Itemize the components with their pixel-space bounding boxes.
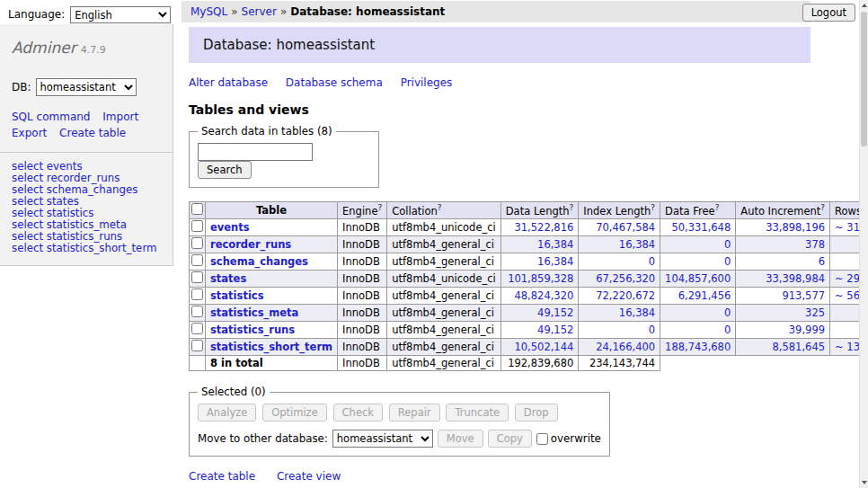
data-free-link[interactable]: 188,743,680	[665, 341, 731, 353]
auto-increment-link[interactable]: 33,898,196	[766, 221, 825, 234]
column-header-table: Table	[206, 202, 338, 219]
privileges-link[interactable]: Privileges	[401, 76, 453, 89]
row-select-checkbox[interactable]	[191, 323, 203, 334]
auto-increment-link[interactable]: 325	[805, 306, 825, 319]
collation-cell: utf8mb4_general_ci	[387, 253, 501, 271]
row-select-checkbox[interactable]	[191, 288, 203, 300]
search-input[interactable]	[198, 143, 313, 161]
row-select-checkbox[interactable]	[191, 220, 203, 232]
sidebar-export-link[interactable]: Export	[12, 125, 47, 141]
main-content: Database: homeassistant Alter database D…	[189, 24, 810, 488]
data-length-link[interactable]: 16,384	[537, 238, 573, 251]
breadcrumb-server-link[interactable]: Server	[242, 5, 277, 18]
truncate-button[interactable]: Truncate	[446, 404, 509, 421]
sidebar-item-select-statistics-short-term[interactable]: select statistics_short_term	[12, 243, 161, 254]
total-data-length: 192,839,680	[500, 356, 579, 371]
help-link[interactable]: ?	[651, 203, 655, 212]
engine-cell: InnoDB	[338, 253, 387, 271]
app-name: Adminer	[12, 39, 76, 57]
copy-button[interactable]: Copy	[488, 430, 532, 448]
create-table-link[interactable]: Create table	[189, 470, 255, 483]
table-name-link[interactable]: statistics_runs	[210, 324, 295, 336]
table-name-link[interactable]: events	[210, 221, 250, 234]
index-length-link[interactable]: 24,166,400	[596, 341, 655, 353]
auto-increment-link[interactable]: 8,581,645	[773, 341, 826, 353]
sidebar-import-link[interactable]: Import	[102, 109, 138, 125]
auto-increment-link[interactable]: 33,398,984	[766, 272, 825, 285]
database-schema-link[interactable]: Database schema	[286, 76, 383, 89]
language-select[interactable]: English	[70, 6, 171, 23]
overwrite-label: overwrite	[551, 432, 601, 445]
create-view-link[interactable]: Create view	[277, 470, 341, 483]
column-header-index-length: Index Length?	[579, 202, 660, 219]
optimize-button[interactable]: Optimize	[262, 404, 327, 421]
index-length-link[interactable]: 0	[649, 255, 655, 268]
data-length-link[interactable]: 31,522,816	[514, 221, 573, 234]
drop-button[interactable]: Drop	[515, 404, 558, 421]
data-free-link[interactable]: 50,331,648	[671, 221, 731, 234]
sidebar-sql-command-link[interactable]: SQL command	[12, 109, 90, 125]
alter-database-link[interactable]: Alter database	[189, 76, 268, 89]
db-select[interactable]: homeassistant	[36, 78, 137, 96]
help-link[interactable]: ?	[820, 203, 825, 212]
index-length-link[interactable]: 16,384	[619, 238, 655, 251]
move-button[interactable]: Move	[438, 430, 483, 448]
column-header-engine: Engine?	[338, 202, 387, 219]
scroll-up-arrow-icon[interactable]	[860, 0, 868, 11]
sidebar: Adminer4.7.9 DB:homeassistant SQL comman…	[0, 24, 173, 266]
data-free-link[interactable]: 0	[724, 238, 731, 251]
help-link[interactable]: ?	[715, 203, 720, 212]
engine-cell: InnoDB	[338, 271, 387, 288]
logout-button[interactable]: Logout	[802, 4, 855, 22]
table-name-link[interactable]: statistics	[210, 289, 264, 302]
data-length-link[interactable]: 49,152	[537, 324, 573, 336]
auto-increment-link[interactable]: 913,577	[782, 289, 825, 302]
overwrite-checkbox[interactable]	[536, 433, 548, 445]
table-name-link[interactable]: recorder_runs	[210, 238, 291, 251]
data-length-link[interactable]: 16,384	[537, 255, 573, 268]
help-link[interactable]: ?	[570, 203, 574, 212]
auto-increment-link[interactable]: 6	[819, 255, 825, 268]
row-select-checkbox[interactable]	[191, 306, 203, 317]
row-select-checkbox[interactable]	[191, 254, 203, 266]
row-select-checkbox[interactable]	[191, 237, 203, 249]
scrollbar-thumb[interactable]	[861, 12, 867, 146]
data-free-link[interactable]: 104,857,600	[665, 272, 731, 285]
data-free-link[interactable]: 0	[724, 324, 731, 336]
select-all-checkbox[interactable]	[191, 203, 203, 215]
scroll-down-arrow-icon[interactable]	[860, 477, 868, 488]
data-free-link[interactable]: 0	[724, 255, 731, 268]
data-free-link[interactable]: 6,291,456	[678, 289, 731, 302]
help-link[interactable]: ?	[377, 203, 382, 212]
auto-increment-link[interactable]: 39,999	[789, 324, 825, 336]
table-name-link[interactable]: schema_changes	[210, 255, 308, 268]
check-button[interactable]: Check	[333, 404, 383, 421]
breadcrumb-mysql-link[interactable]: MySQL	[190, 5, 227, 18]
table-name-link[interactable]: statistics_meta	[210, 306, 298, 319]
index-length-link[interactable]: 67,256,320	[596, 272, 655, 285]
data-free-link[interactable]: 0	[724, 306, 731, 319]
row-select-checkbox[interactable]	[191, 340, 203, 351]
sidebar-create-table-link[interactable]: Create table	[59, 125, 126, 141]
table-name-link[interactable]: statistics_short_term	[210, 341, 332, 353]
help-link[interactable]: ?	[438, 203, 442, 212]
move-db-select[interactable]: homeassistant	[332, 430, 433, 448]
collation-cell: utf8mb4_unicode_ci	[387, 271, 501, 288]
index-length-link[interactable]: 0	[649, 324, 655, 336]
data-length-link[interactable]: 48,824,320	[514, 289, 573, 302]
search-button[interactable]: Search	[198, 161, 252, 179]
language-label: Language:	[8, 8, 65, 21]
table-name-link[interactable]: states	[210, 272, 246, 285]
app-version: 4.7.9	[81, 44, 106, 56]
repair-button[interactable]: Repair	[389, 404, 440, 421]
vertical-scrollbar[interactable]	[859, 0, 868, 488]
index-length-link[interactable]: 16,384	[619, 306, 655, 319]
auto-increment-link[interactable]: 378	[805, 238, 825, 251]
analyze-button[interactable]: Analyze	[198, 404, 256, 421]
data-length-link[interactable]: 101,859,328	[508, 272, 573, 285]
index-length-link[interactable]: 72,220,672	[596, 289, 655, 302]
data-length-link[interactable]: 49,152	[537, 306, 573, 319]
data-length-link[interactable]: 10,502,144	[514, 341, 573, 353]
index-length-link[interactable]: 70,467,584	[596, 221, 655, 234]
row-select-checkbox[interactable]	[191, 271, 203, 283]
